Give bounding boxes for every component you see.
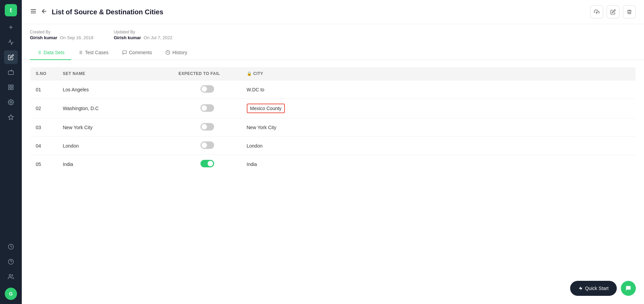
topbar: List of Source & Destination Cities bbox=[22, 0, 644, 24]
cell-expected-to-fail[interactable] bbox=[173, 155, 241, 173]
sidebar-item-grid[interactable] bbox=[4, 80, 18, 94]
sidebar-item-settings[interactable] bbox=[4, 95, 18, 109]
svg-rect-6 bbox=[12, 88, 13, 90]
updated-by-label: Updated By bbox=[114, 30, 172, 34]
cell-city: London bbox=[241, 137, 636, 155]
cell-setname: India bbox=[58, 155, 173, 173]
quick-start-button[interactable]: Quick Start bbox=[570, 281, 617, 296]
meta-section: Created By Girish kumar On Sep 16, 2019 … bbox=[22, 24, 644, 43]
tab-testcases[interactable]: Test Cases bbox=[71, 46, 115, 60]
sidebar-item-people[interactable] bbox=[4, 270, 18, 284]
table-row: 02Washington, D.CMexico County bbox=[30, 99, 636, 118]
toggle-switch[interactable] bbox=[200, 160, 214, 167]
tab-comments[interactable]: Comments bbox=[115, 46, 159, 60]
toggle-switch[interactable] bbox=[200, 104, 214, 112]
th-sno: S.NO bbox=[30, 67, 58, 80]
cell-city: W.DC to bbox=[241, 80, 636, 99]
cell-sno: 05 bbox=[30, 155, 58, 173]
cell-expected-to-fail[interactable] bbox=[173, 137, 241, 155]
toggle-switch[interactable] bbox=[200, 85, 214, 93]
cell-sno: 03 bbox=[30, 118, 58, 137]
sidebar-item-circle[interactable] bbox=[4, 240, 18, 254]
sidebar-item-activity[interactable] bbox=[4, 35, 18, 49]
data-table: S.NO SET NAME EXPECTED TO FAIL 🔒 city 01… bbox=[30, 67, 636, 173]
created-by-section: Created By Girish kumar On Sep 16, 2019 bbox=[30, 30, 93, 40]
edit-button[interactable] bbox=[607, 5, 619, 18]
table-area: S.NO SET NAME EXPECTED TO FAIL 🔒 city 01… bbox=[22, 60, 644, 304]
app-logo: t bbox=[5, 4, 17, 16]
table-row: 04LondonLondon bbox=[30, 137, 636, 155]
svg-point-7 bbox=[10, 102, 12, 103]
user-avatar[interactable]: G bbox=[5, 288, 17, 300]
cell-city: New York City bbox=[241, 118, 636, 137]
sidebar-item-star[interactable] bbox=[4, 110, 18, 124]
updated-on-date: On Jul 7, 2022 bbox=[144, 35, 173, 40]
highlighted-city-value: Mexico County bbox=[247, 104, 285, 113]
menu-icon[interactable] bbox=[30, 8, 37, 16]
created-by-user: Girish kumar bbox=[30, 35, 57, 40]
cell-setname: Washington, D.C bbox=[58, 99, 173, 118]
created-on-date: On Sep 16, 2019 bbox=[60, 35, 93, 40]
toggle-switch[interactable] bbox=[200, 123, 214, 131]
sidebar: t G bbox=[0, 0, 22, 304]
table-row: 03New York CityNew York City bbox=[30, 118, 636, 137]
cell-setname: Los Angeles bbox=[58, 80, 173, 99]
cell-sno: 01 bbox=[30, 80, 58, 99]
cell-city: Mexico County bbox=[241, 99, 636, 118]
tab-history[interactable]: History bbox=[159, 46, 194, 60]
th-city: 🔒 city bbox=[241, 67, 636, 80]
svg-point-12 bbox=[9, 274, 11, 276]
sidebar-item-edit[interactable] bbox=[4, 50, 18, 64]
back-icon[interactable] bbox=[41, 8, 48, 16]
svg-rect-3 bbox=[9, 85, 10, 87]
table-body: 01Los AngelesW.DC to02Washington, D.CMex… bbox=[30, 80, 636, 173]
table-row: 01Los AngelesW.DC to bbox=[30, 80, 636, 99]
sidebar-item-plus[interactable] bbox=[4, 20, 18, 34]
cell-setname: London bbox=[58, 137, 173, 155]
upload-button[interactable] bbox=[590, 5, 603, 18]
cell-expected-to-fail[interactable] bbox=[173, 118, 241, 137]
sidebar-item-briefcase[interactable] bbox=[4, 65, 18, 79]
cell-setname: New York City bbox=[58, 118, 173, 137]
cell-sno: 02 bbox=[30, 99, 58, 118]
bottom-actions: Quick Start bbox=[570, 281, 636, 296]
table-row: 05IndiaIndia bbox=[30, 155, 636, 173]
toggle-switch[interactable] bbox=[200, 141, 214, 149]
svg-rect-5 bbox=[9, 88, 10, 90]
chat-button[interactable] bbox=[621, 281, 636, 296]
cell-city: India bbox=[241, 155, 636, 173]
updated-by-section: Updated By Girish kumar On Jul 7, 2022 bbox=[114, 30, 172, 40]
svg-rect-2 bbox=[9, 71, 14, 75]
tabs: Data Sets Test Cases Comments History bbox=[22, 46, 644, 60]
sidebar-item-help[interactable] bbox=[4, 255, 18, 269]
table-header: S.NO SET NAME EXPECTED TO FAIL 🔒 city bbox=[30, 67, 636, 80]
created-by-label: Created By bbox=[30, 30, 93, 34]
lock-icon: 🔒 bbox=[247, 71, 252, 76]
topbar-actions bbox=[590, 5, 636, 18]
main-content: List of Source & Destination Cities Crea… bbox=[22, 0, 644, 304]
th-expected-to-fail: EXPECTED TO FAIL bbox=[173, 67, 241, 80]
updated-by-user: Girish kumar bbox=[114, 35, 141, 40]
cell-sno: 04 bbox=[30, 137, 58, 155]
svg-marker-31 bbox=[579, 286, 583, 290]
cell-expected-to-fail[interactable] bbox=[173, 99, 241, 118]
th-setname: SET NAME bbox=[58, 67, 173, 80]
cell-expected-to-fail[interactable] bbox=[173, 80, 241, 99]
svg-marker-8 bbox=[9, 115, 14, 120]
svg-rect-4 bbox=[12, 85, 13, 87]
delete-button[interactable] bbox=[623, 5, 636, 18]
page-title: List of Source & Destination Cities bbox=[52, 8, 586, 16]
tab-datasets[interactable]: Data Sets bbox=[30, 46, 71, 60]
